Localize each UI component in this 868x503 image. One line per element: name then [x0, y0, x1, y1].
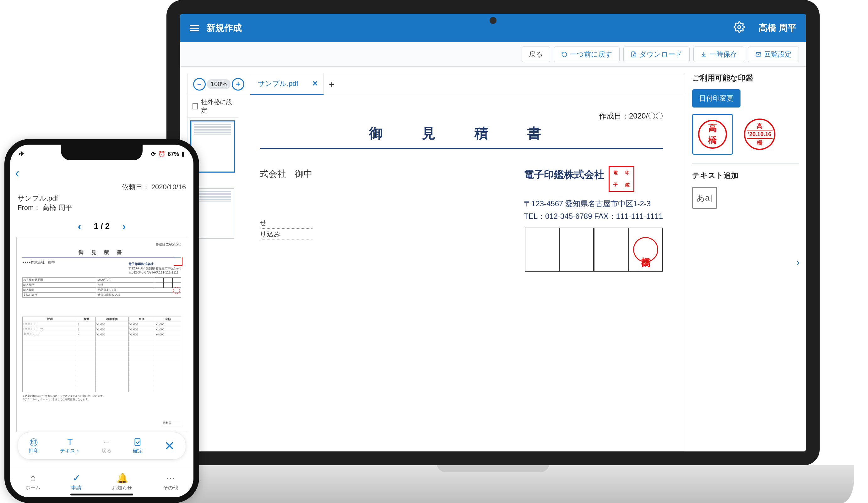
- document-viewer[interactable]: 作成日：2020/〇〇 御 見 積 書 式会社 御中 せ り込み: [238, 95, 685, 451]
- action-text[interactable]: T テキスト: [60, 437, 80, 454]
- canvas-top-bar: − 100% + サンプル.pdf ✕ ＋: [187, 73, 685, 95]
- action-stamp[interactable]: ㊞ 押印: [29, 437, 39, 454]
- laptop-device: 新規作成 高橋 周平 戻る 一つ前に戻す ダウンロード: [132, 0, 854, 503]
- home-icon: ⌂: [30, 473, 36, 483]
- doc-company-name: 電子印鑑株式会社: [524, 168, 604, 182]
- date-stamp-icon: 高 '20.10.16 橋: [744, 119, 775, 150]
- phone-navbar: ‹: [10, 163, 194, 182]
- zoom-out-button[interactable]: −: [193, 78, 206, 91]
- checkbox-icon: [193, 103, 198, 109]
- date-stamp-option[interactable]: 高 '20.10.16 橋: [739, 114, 780, 155]
- header-title: 新規作成: [207, 22, 242, 34]
- confidential-checkbox[interactable]: 社外秘に設定: [187, 95, 238, 118]
- toolbar: 戻る 一つ前に戻す ダウンロード 一時保存 回覧設定: [180, 42, 806, 67]
- p-created: 作成日 2020/〇/〇: [22, 242, 181, 247]
- doc-tel-fax: TEL：012-345-6789 FAX：111-111-1111: [524, 211, 663, 221]
- stamp-slot-3[interactable]: [594, 228, 628, 272]
- action-close-icon[interactable]: ✕: [164, 439, 175, 453]
- home-indicator: [70, 494, 133, 495]
- phone-back-icon[interactable]: ‹: [15, 166, 19, 180]
- add-tab-button[interactable]: ＋: [324, 78, 340, 90]
- name-stamp-option[interactable]: 高 橋: [692, 114, 733, 155]
- battery-label: 67%: [168, 151, 179, 158]
- mail-icon: [755, 51, 762, 58]
- doc-row-2: り込み: [260, 229, 312, 240]
- p-stamp-boxes: [155, 278, 181, 288]
- zoom-value: 100%: [207, 79, 230, 89]
- phone-file-name: サンプル.pdf: [18, 194, 186, 203]
- undo-icon: [561, 51, 567, 58]
- doc-addressee: 式会社 御中: [260, 168, 312, 180]
- p-footer-2: ※テクニカルサポートにつきましては年間更新となります。: [22, 398, 181, 401]
- download-icon: [631, 51, 637, 58]
- phone-bottom-nav: ⌂ ホーム ✓ 申請 🔔 お知らせ ⋯ その他: [10, 466, 194, 497]
- zoom-control: − 100% +: [187, 78, 250, 91]
- close-tab-icon[interactable]: ✕: [312, 80, 318, 88]
- nav-notice[interactable]: 🔔 お知らせ: [112, 473, 132, 491]
- more-icon: ⋯: [166, 473, 175, 483]
- action-confirm[interactable]: 確定: [133, 437, 143, 454]
- page-indicator: 1 / 2: [94, 221, 110, 231]
- undo-button[interactable]: 一つ前に戻す: [554, 47, 620, 62]
- doc-title: 御 見 積 書: [260, 124, 663, 143]
- prev-page-icon[interactable]: ‹: [78, 220, 81, 232]
- check-icon: ✓: [73, 473, 80, 483]
- menu-icon[interactable]: [190, 25, 199, 31]
- user-name[interactable]: 高橋 周平: [759, 22, 796, 34]
- request-date: 依頼日： 2020/10/16: [18, 182, 186, 192]
- p-subtotal: 送料等: [161, 420, 181, 426]
- stamp-slot-4[interactable]: 高橋: [628, 228, 663, 272]
- stamp-palette: 高 橋 高 '20.10.16 橋: [692, 114, 799, 164]
- nav-apply[interactable]: ✓ 申請: [71, 473, 81, 491]
- collapse-panel-icon[interactable]: ›: [796, 257, 799, 268]
- phone-notch: [61, 144, 143, 160]
- action-back[interactable]: ← 戻る: [101, 437, 112, 454]
- text-icon: T: [66, 437, 74, 446]
- phone-from: From： 高橋 周平: [18, 203, 186, 212]
- add-text-tool[interactable]: あa |: [692, 187, 717, 209]
- p-footer-1: ※納期の際にはご注文書をお送りくださいますようお願い申し上げます。: [22, 394, 181, 398]
- phone-document-preview[interactable]: 作成日 2020/〇/〇 御 見 積 書 ●●●●株式会社 御中 電子印鑑株式会…: [16, 237, 187, 432]
- download-button[interactable]: ダウンロード: [623, 47, 690, 62]
- phone-action-bar: ㊞ 押印 T テキスト ← 戻る 確定 ✕: [18, 432, 186, 460]
- nav-other[interactable]: ⋯ その他: [163, 473, 178, 491]
- back-button[interactable]: 戻る: [521, 47, 550, 62]
- back-arrow-icon: ←: [102, 437, 111, 446]
- available-stamps-title: ご利用可能な印鑑: [692, 73, 799, 83]
- workspace: − 100% + サンプル.pdf ✕ ＋: [180, 67, 806, 451]
- p-company: 電子印鑑株式会社: [128, 262, 181, 266]
- doc-created-date: 作成日：2020/〇〇: [260, 111, 663, 121]
- laptop-camera: [489, 17, 496, 24]
- document-tab[interactable]: サンプル.pdf ✕: [250, 73, 324, 95]
- gear-icon[interactable]: [734, 21, 745, 35]
- p-title: 御 見 積 書: [22, 249, 181, 256]
- svg-rect-2: [135, 439, 140, 445]
- p-round-stamp-icon: [173, 287, 180, 294]
- zoom-in-button[interactable]: +: [232, 78, 244, 91]
- text-add-title: テキスト追加: [692, 170, 799, 180]
- phone-doc-meta: 依頼日： 2020/10/16 サンプル.pdf From： 高橋 周平: [10, 182, 194, 215]
- stamp-slot-2[interactable]: [559, 228, 594, 272]
- stamp-icon: ㊞: [29, 437, 38, 446]
- name-stamp-icon: 高 橋: [698, 120, 727, 149]
- tab-label: サンプル.pdf: [258, 79, 298, 88]
- alarm-icon: ⏰: [158, 151, 165, 158]
- battery-icon: ▮: [182, 151, 185, 158]
- save-temp-button[interactable]: 一時保存: [693, 47, 744, 62]
- corporate-seal-icon: 電印子鑑: [607, 165, 636, 193]
- review-settings-button[interactable]: 回覧設定: [748, 47, 799, 62]
- nav-home[interactable]: ⌂ ホーム: [25, 473, 41, 491]
- bell-icon: 🔔: [116, 473, 128, 483]
- p-tel: ℡012-345-6789 FAX:111-111-1111: [128, 271, 181, 274]
- side-panel: ご利用可能な印鑑 日付印変更 高 橋 高 '20.10.16: [692, 73, 799, 451]
- phone-device: ✈ 13:29 ⟳ ⏰ 67% ▮ ‹ 依頼日： 2020/10/16 サンプル…: [4, 139, 199, 503]
- doc-rule: [260, 148, 663, 149]
- orientation-lock-icon: ⟳: [151, 151, 156, 158]
- stamp-slot-1[interactable]: [525, 228, 559, 272]
- date-stamp-change-button[interactable]: 日付印変更: [692, 89, 741, 108]
- next-page-icon[interactable]: ›: [122, 220, 126, 232]
- document-page: 作成日：2020/〇〇 御 見 積 書 式会社 御中 せ り込み: [247, 102, 675, 281]
- confirm-icon: [133, 437, 142, 446]
- airplane-icon: ✈: [19, 150, 24, 158]
- p-items-table: 説明 数量 標準単価 単価 金額 〇〇〇〇〇1¥1,000¥1,000¥1,00…: [22, 316, 181, 392]
